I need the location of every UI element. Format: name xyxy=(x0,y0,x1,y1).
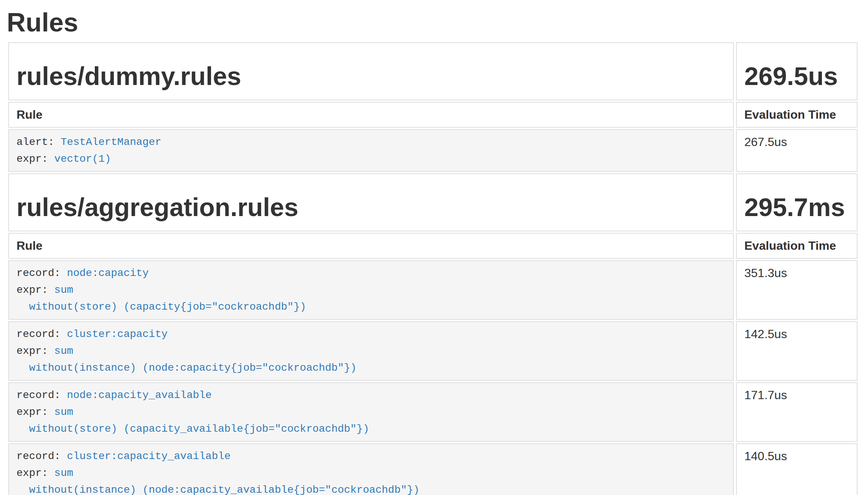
rule-code: record: cluster:capacity_available expr:… xyxy=(16,448,726,495)
rule-token-plain: expr: xyxy=(16,467,54,479)
rule-group-file-cell: rules/aggregation.rules xyxy=(8,173,734,231)
rule-eval-time-cell: 171.7us xyxy=(736,382,858,442)
rule-token-link[interactable]: sum xyxy=(54,406,73,418)
rule-token-plain: expr: xyxy=(16,284,54,296)
rule-group-time-cell: 295.7ms xyxy=(736,173,858,231)
column-header-row: RuleEvaluation Time xyxy=(8,233,858,259)
rule-token-link[interactable]: cluster:capacity_available xyxy=(67,450,230,462)
rules-table: rules/dummy.rules269.5usRuleEvaluation T… xyxy=(6,41,860,495)
rule-cell: record: node:capacity_available expr: su… xyxy=(8,382,734,442)
rule-eval-time-cell: 267.5us xyxy=(736,129,858,172)
rule-group-header-row: rules/aggregation.rules295.7ms xyxy=(8,173,858,231)
rule-row: record: node:capacity expr: sum without(… xyxy=(8,260,858,320)
rule-group-eval-time: 269.5us xyxy=(744,62,849,91)
rule-token-link[interactable]: cluster:capacity xyxy=(67,328,168,340)
rule-row: alert: TestAlertManager expr: vector(1)2… xyxy=(8,129,858,172)
rule-token-plain: expr: xyxy=(16,345,54,357)
rule-cell: record: cluster:capacity_available expr:… xyxy=(8,443,734,495)
rule-token-link[interactable]: sum xyxy=(54,284,73,296)
rule-group-time-cell: 269.5us xyxy=(736,42,858,100)
rule-token-link[interactable]: sum xyxy=(54,467,73,479)
rule-token-link[interactable]: node:capacity_available xyxy=(67,389,211,401)
rule-code: record: cluster:capacity expr: sum witho… xyxy=(16,326,726,376)
rule-row: record: node:capacity_available expr: su… xyxy=(8,382,858,442)
rule-token-link[interactable]: without(store) (capacity{job="cockroachd… xyxy=(16,301,306,313)
rule-group-header-row: rules/dummy.rules269.5us xyxy=(8,42,858,100)
rule-token-plain: alert: xyxy=(16,136,61,148)
rule-code: record: node:capacity_available expr: su… xyxy=(16,387,726,437)
rule-token-plain: record: xyxy=(16,328,67,340)
rule-token-plain: record: xyxy=(16,389,67,401)
rules-page: Rules rules/dummy.rules269.5usRuleEvalua… xyxy=(0,8,868,495)
rule-token-link[interactable]: sum xyxy=(54,345,73,357)
column-header-evaluation-time: Evaluation Time xyxy=(736,102,858,128)
rule-group-name: rules/aggregation.rules xyxy=(16,193,726,222)
rule-row: record: cluster:capacity_available expr:… xyxy=(8,443,858,495)
rule-cell: alert: TestAlertManager expr: vector(1) xyxy=(8,129,734,172)
rule-group-eval-time: 295.7ms xyxy=(744,193,849,222)
rule-eval-time-cell: 140.5us xyxy=(736,443,858,495)
column-header-rule: Rule xyxy=(8,233,734,259)
column-header-row: RuleEvaluation Time xyxy=(8,102,858,128)
rule-token-link[interactable]: vector(1) xyxy=(54,153,111,165)
column-header-rule: Rule xyxy=(8,102,734,128)
rule-code: alert: TestAlertManager expr: vector(1) xyxy=(16,134,726,167)
rule-token-link[interactable]: without(instance) (node:capacity_availab… xyxy=(16,484,419,495)
rules-table-body: rules/dummy.rules269.5usRuleEvaluation T… xyxy=(8,42,858,495)
rule-group-file-cell: rules/dummy.rules xyxy=(8,42,734,100)
rule-token-link[interactable]: node:capacity xyxy=(67,267,148,279)
rule-token-link[interactable]: without(store) (capacity_available{job="… xyxy=(16,423,369,435)
rule-group-name: rules/dummy.rules xyxy=(16,62,726,91)
rule-token-plain: record: xyxy=(16,267,67,279)
rule-eval-time-cell: 142.5us xyxy=(736,321,858,381)
rule-cell: record: cluster:capacity expr: sum witho… xyxy=(8,321,734,381)
page-title: Rules xyxy=(7,8,860,37)
rule-code: record: node:capacity expr: sum without(… xyxy=(16,265,726,315)
rule-token-link[interactable]: without(instance) (node:capacity{job="co… xyxy=(16,362,356,374)
rule-row: record: cluster:capacity expr: sum witho… xyxy=(8,321,858,381)
rule-eval-time-cell: 351.3us xyxy=(736,260,858,320)
rule-token-plain: expr: xyxy=(16,406,54,418)
rule-token-plain: record: xyxy=(16,450,67,462)
rule-token-plain: expr: xyxy=(16,153,54,165)
column-header-evaluation-time: Evaluation Time xyxy=(736,233,858,259)
rule-cell: record: node:capacity expr: sum without(… xyxy=(8,260,734,320)
rule-token-link[interactable]: TestAlertManager xyxy=(61,136,162,148)
